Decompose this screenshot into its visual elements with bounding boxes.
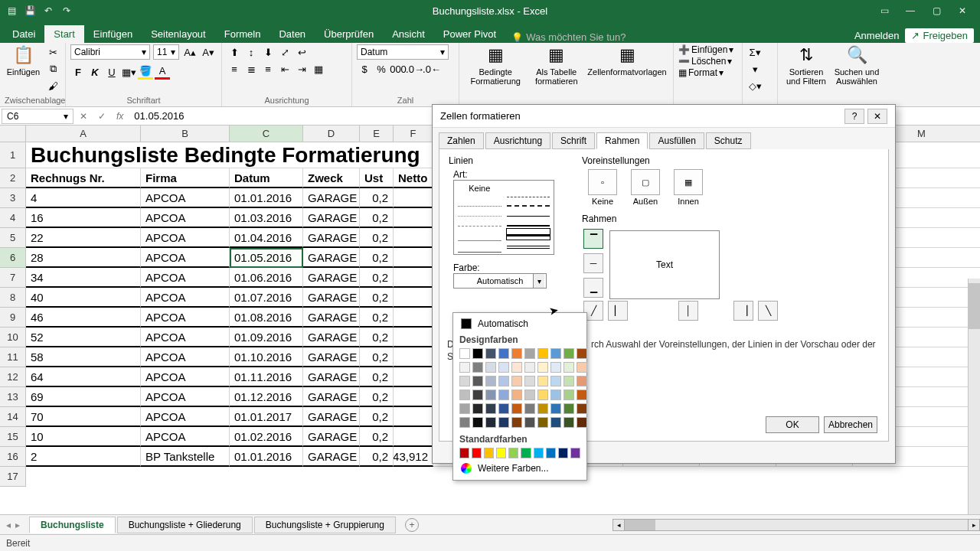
grid-cell[interactable]: 01.05.2016 — [230, 248, 303, 268]
color-swatch[interactable] — [577, 362, 587, 373]
wrap-text-button[interactable]: ↩ — [294, 44, 309, 60]
border-diag-down-button[interactable]: ╲ — [758, 301, 778, 321]
grid-cell[interactable]: 01.01.2016 — [230, 188, 303, 208]
grid-cell[interactable]: APCOA — [141, 208, 230, 228]
row-header[interactable]: 10 — [0, 328, 26, 347]
grid-cell[interactable] — [394, 328, 433, 347]
maximize-button[interactable]: ▢ — [923, 2, 949, 20]
color-swatch[interactable] — [534, 448, 544, 458]
color-swatch[interactable] — [472, 362, 483, 373]
row-header[interactable]: 4 — [0, 208, 26, 228]
grid-cell[interactable]: APCOA — [141, 328, 230, 347]
color-swatch[interactable] — [550, 376, 561, 386]
decrease-decimal-button[interactable]: .0← — [424, 61, 439, 77]
enter-formula-icon[interactable]: ✓ — [98, 111, 106, 122]
grid-cell[interactable]: 0,2 — [360, 208, 394, 228]
row-header[interactable]: 2 — [0, 168, 26, 188]
grid-cell[interactable]: 01.03.2016 — [230, 208, 303, 228]
fill-button[interactable]: ▾ — [747, 61, 763, 77]
grid-cell[interactable]: 46 — [26, 308, 141, 328]
header-cell[interactable]: Ust — [360, 168, 394, 188]
font-size-combo[interactable]: 11▾ — [153, 44, 179, 60]
grid-cell[interactable]: APCOA — [141, 427, 230, 447]
grid-cell[interactable]: 4 — [26, 188, 141, 208]
tell-me-input[interactable]: Was möchten Sie tun? — [511, 31, 626, 43]
sheet-tab[interactable]: Buchungsliste + Gliederung — [117, 517, 253, 533]
color-swatch[interactable] — [459, 348, 470, 359]
color-swatch[interactable] — [564, 348, 574, 359]
color-swatch[interactable] — [537, 362, 548, 373]
thousand-sep-button[interactable]: 000 — [390, 61, 406, 77]
color-swatch[interactable] — [524, 348, 535, 359]
grid-cell[interactable] — [394, 308, 433, 328]
grid-cell[interactable]: GARAGE — [303, 228, 360, 248]
align-center-button[interactable]: ≣ — [243, 61, 259, 77]
cancel-button[interactable]: Abbrechen — [824, 416, 877, 433]
color-swatch[interactable] — [485, 390, 496, 400]
insert-cells-button[interactable]: ➕Einfügen▾ — [678, 44, 733, 55]
grid-cell[interactable]: 01.01.2016 — [230, 447, 303, 467]
grid-cell[interactable]: 0,2 — [360, 427, 394, 447]
cancel-formula-icon[interactable]: ✕ — [80, 111, 87, 122]
preset-außen[interactable]: ▢Außen — [631, 169, 660, 206]
grid-cell[interactable]: 69 — [26, 387, 141, 407]
color-swatch[interactable] — [550, 403, 561, 414]
grid-cell[interactable]: 01.01.2017 — [230, 407, 303, 427]
color-swatch[interactable] — [564, 362, 574, 373]
ribbon-tab-einfügen[interactable]: Einfügen — [84, 25, 142, 43]
grid-cell[interactable]: APCOA — [141, 407, 230, 427]
color-swatch[interactable] — [577, 417, 587, 428]
color-swatch[interactable] — [459, 403, 470, 414]
grid-cell[interactable] — [394, 228, 433, 248]
row-header[interactable]: 7 — [0, 268, 26, 288]
align-top-button[interactable]: ⬆ — [227, 44, 242, 60]
fx-icon[interactable]: fx — [116, 111, 123, 122]
grid-cell[interactable] — [394, 188, 433, 208]
ribbon-tab-datei[interactable]: Datei — [3, 25, 44, 43]
color-swatch[interactable] — [459, 390, 470, 400]
grid-cell[interactable]: 0,2 — [360, 387, 394, 407]
dialog-tab-schutz[interactable]: Schutz — [706, 132, 751, 149]
grid-cell[interactable]: 01.06.2016 — [230, 268, 303, 288]
header-cell[interactable]: Firma — [141, 168, 230, 188]
grid-cell[interactable]: 01.02.2016 — [230, 427, 303, 447]
grid-cell[interactable]: APCOA — [141, 268, 230, 288]
border-bottom-button[interactable]: ▁ — [583, 278, 603, 298]
ribbon-tab-power pivot[interactable]: Power Pivot — [434, 25, 505, 43]
color-swatch[interactable] — [524, 390, 535, 400]
close-button[interactable]: ✕ — [949, 2, 975, 20]
grid-cell[interactable]: APCOA — [141, 367, 230, 387]
row-header[interactable]: 15 — [0, 427, 26, 447]
color-swatch[interactable] — [496, 448, 506, 458]
grid-cell[interactable] — [394, 407, 433, 427]
sheet-nav-prev[interactable]: ◂ — [6, 520, 11, 530]
row-header[interactable]: 9 — [0, 308, 26, 328]
color-swatch[interactable] — [485, 403, 496, 414]
color-swatch[interactable] — [577, 403, 587, 414]
grid-cell[interactable]: 0,2 — [360, 407, 394, 427]
column-header[interactable]: B — [141, 126, 230, 142]
color-swatch[interactable] — [524, 362, 535, 373]
grid-cell[interactable] — [394, 427, 433, 447]
format-cells-button[interactable]: ▦Format▾ — [678, 67, 724, 78]
borders-button[interactable]: ▦▾ — [121, 64, 136, 80]
color-swatch[interactable] — [459, 362, 470, 373]
grid-cell[interactable] — [394, 288, 433, 308]
color-swatch[interactable] — [498, 362, 509, 373]
color-swatch[interactable] — [511, 417, 522, 428]
color-swatch[interactable] — [537, 390, 548, 400]
grid-cell[interactable]: 70 — [26, 407, 141, 427]
color-swatch[interactable] — [485, 376, 496, 386]
color-swatch[interactable] — [498, 348, 509, 359]
color-swatch[interactable] — [472, 448, 482, 458]
color-swatch[interactable] — [508, 448, 518, 458]
grid-cell[interactable] — [394, 367, 433, 387]
percent-format-button[interactable]: % — [374, 61, 389, 77]
row-header[interactable]: 3 — [0, 188, 26, 208]
color-swatch[interactable] — [498, 403, 509, 414]
grid-cell[interactable]: GARAGE — [303, 328, 360, 347]
merge-center-button[interactable]: ▦ — [311, 61, 326, 77]
grid-cell[interactable]: 58 — [26, 347, 141, 367]
ok-button[interactable]: OK — [766, 416, 819, 433]
sheet-nav-next[interactable]: ▸ — [15, 520, 20, 530]
